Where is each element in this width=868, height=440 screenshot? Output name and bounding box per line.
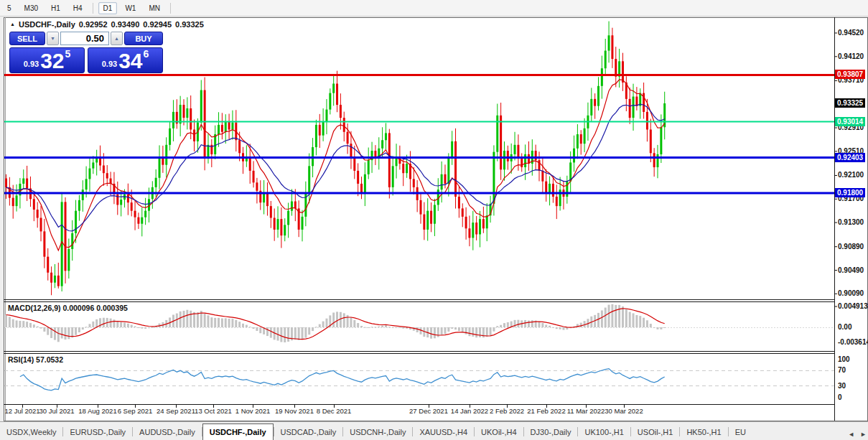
volume-up-button[interactable]: ▲ bbox=[111, 32, 123, 45]
tab-dj30-daily[interactable]: DJ30-,Daily bbox=[524, 425, 578, 440]
tabs-scroll-right-icon[interactable]: ► bbox=[860, 431, 867, 438]
sell-price-pip: 5 bbox=[65, 48, 71, 60]
tabs-scroll-left-icon[interactable]: ◄ bbox=[848, 431, 854, 438]
timeframe-button-h1[interactable]: H1 bbox=[46, 2, 65, 14]
toolbar-separator bbox=[170, 3, 171, 14]
tab-eurusd-daily[interactable]: EURUSD-,Daily bbox=[63, 425, 132, 440]
tab-uk100-h1[interactable]: UK100-,H1 bbox=[578, 425, 630, 440]
arrow-up-icon: ▲ bbox=[114, 36, 119, 41]
sell-price-main: 32 bbox=[40, 51, 64, 71]
tab-usoil-h1[interactable]: USOil-,H1 bbox=[631, 425, 680, 440]
timeframe-button-w1[interactable]: W1 bbox=[120, 2, 141, 14]
buy-price-prefix: 0.93 bbox=[102, 60, 117, 68]
buy-button[interactable]: BUY bbox=[124, 32, 163, 45]
buy-price-main: 34 bbox=[118, 51, 142, 71]
timeframe-button-mn[interactable]: MN bbox=[144, 2, 165, 14]
timeframe-button-5[interactable]: 5 bbox=[2, 2, 17, 14]
chart-tabs-bar: USDX,WeeklyEURUSD-,DailyAUDUSD-,DailyUSD… bbox=[0, 421, 868, 440]
tab-usdcnh-daily[interactable]: USDCNH-,Daily bbox=[343, 425, 412, 440]
tab-ukoil-h4[interactable]: UKOil-,H4 bbox=[475, 425, 523, 440]
tab-usdcad-daily[interactable]: USDCAD-,Daily bbox=[274, 425, 343, 440]
tab-eu[interactable]: EU bbox=[729, 425, 752, 440]
one-click-trade-panel: SELL ▼ ▲ BUY 0.93 32 5 0.93 34 6 bbox=[9, 32, 163, 73]
buy-price-pip: 6 bbox=[144, 48, 149, 60]
sell-price-display[interactable]: 0.93 32 5 bbox=[9, 47, 85, 73]
sell-price-prefix: 0.93 bbox=[24, 60, 39, 68]
tab-usdx-weekly[interactable]: USDX,Weekly bbox=[0, 425, 62, 440]
volume-down-button[interactable]: ▼ bbox=[47, 32, 59, 45]
timeframe-button-h4[interactable]: H4 bbox=[68, 2, 88, 14]
tab-scroll-controls: ◄► bbox=[844, 431, 867, 438]
timeframe-button-d1[interactable]: D1 bbox=[98, 2, 118, 14]
tab-audusd-daily[interactable]: AUDUSD-,Daily bbox=[133, 425, 202, 440]
toolbar-separator bbox=[93, 3, 93, 14]
arrow-down-icon: ▼ bbox=[50, 36, 55, 41]
timeframe-button-m30[interactable]: M30 bbox=[19, 2, 43, 14]
tab-hk50-h1[interactable]: HK50-,H1 bbox=[680, 425, 727, 440]
buy-price-display[interactable]: 0.93 34 6 bbox=[88, 47, 163, 73]
tab-xauusd-h4[interactable]: XAUUSD-,H4 bbox=[413, 425, 474, 440]
timeframe-toolbar: 5M30H1H4D1W1MN bbox=[0, 0, 868, 17]
tab-usdchf-daily[interactable]: USDCHF-,Daily bbox=[202, 423, 274, 440]
mt4-window: 5M30H1H4D1W1MN ▲ USDCHF-,Daily 0.92952 0… bbox=[0, 0, 868, 440]
volume-input[interactable] bbox=[60, 32, 109, 45]
sell-button[interactable]: SELL bbox=[9, 32, 45, 45]
